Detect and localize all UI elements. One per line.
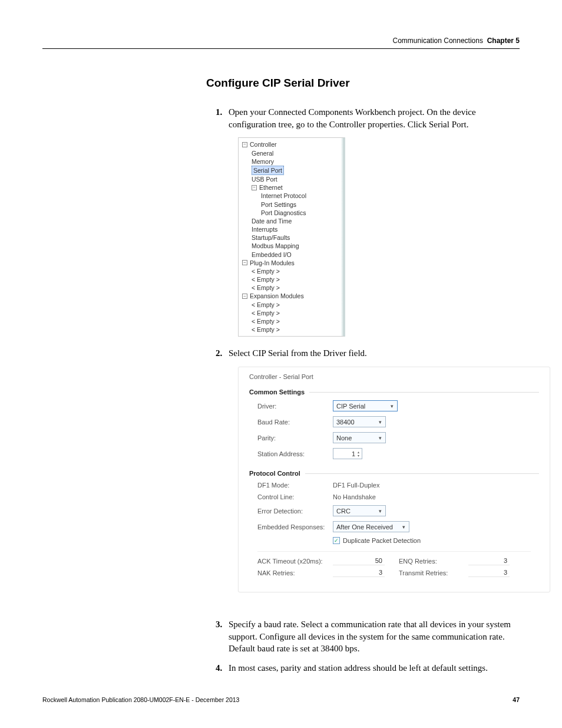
tree-item-controller[interactable]: − Controller xyxy=(239,140,343,149)
tree-item-empty[interactable]: < Empty > xyxy=(239,275,343,284)
tree-label: Serial Port xyxy=(252,166,284,175)
spinner-icon[interactable]: ▴▾ xyxy=(358,450,359,457)
tree-item-embedded-io[interactable]: Embedded I/O xyxy=(239,251,343,259)
page-number: 47 xyxy=(513,696,520,703)
tree-label: General xyxy=(252,149,273,157)
ack-label: ACK Timeout (x20ms): xyxy=(257,558,333,565)
tree-item-date-time[interactable]: Date and Time xyxy=(239,217,343,225)
baud-select[interactable]: 38400 ▾ xyxy=(333,416,386,427)
tree-item-general[interactable]: General xyxy=(239,149,343,157)
driver-row: Driver: CIP Serial ▾ xyxy=(249,398,539,414)
tree-item-empty[interactable]: < Empty > xyxy=(239,284,343,292)
enq-retries-input[interactable]: 3 xyxy=(468,557,510,565)
error-detection-label: Error Detection: xyxy=(257,508,333,515)
tree-label: Date and Time xyxy=(252,217,292,225)
tree-item-ethernet[interactable]: − Ethernet xyxy=(239,183,343,192)
step-body: Open your Connected Components Workbench… xyxy=(229,106,520,130)
station-address-input[interactable]: 1 ▴▾ xyxy=(333,448,362,459)
embedded-responses-label: Embedded Responses: xyxy=(257,523,333,531)
trans-label: Transmit Retries: xyxy=(399,569,468,577)
tree-label: < Empty > xyxy=(252,275,280,284)
driver-label: Driver: xyxy=(257,403,333,410)
step-1: 1. Open your Connected Components Workbe… xyxy=(216,106,520,130)
driver-select[interactable]: CIP Serial ▾ xyxy=(333,400,398,411)
duplicate-detection-checkbox[interactable]: ✓ xyxy=(333,537,340,544)
nak-label: NAK Retries: xyxy=(257,569,333,577)
tree-label: Memory xyxy=(252,157,274,166)
station-row: Station Address: 1 ▴▾ xyxy=(249,446,539,462)
tree-item-empty[interactable]: < Empty > xyxy=(239,325,343,334)
transmit-retries-input[interactable]: 3 xyxy=(468,569,510,577)
baud-label: Baud Rate: xyxy=(257,419,333,426)
serial-port-form: Controller - Serial Port Common Settings… xyxy=(238,367,550,592)
chevron-down-icon: ▾ xyxy=(388,403,396,409)
tree-label: < Empty > xyxy=(252,267,280,275)
tree-label: Port Diagnostics xyxy=(261,209,306,217)
parity-select[interactable]: None ▾ xyxy=(333,432,386,443)
ack-timeout-input[interactable]: 50 xyxy=(333,557,385,565)
tree-item-empty[interactable]: < Empty > xyxy=(239,309,343,317)
tree-item-serial-port[interactable]: Serial Port xyxy=(239,166,343,175)
tree-item-expansion-modules[interactable]: − Expansion Modules xyxy=(239,292,343,300)
tree-label: Embedded I/O xyxy=(252,251,292,259)
tree-label: Expansion Modules xyxy=(250,292,304,300)
tree-label: Interrupts xyxy=(252,225,277,233)
tree-item-startup-faults[interactable]: Startup/Faults xyxy=(239,233,343,242)
collapse-icon[interactable]: − xyxy=(252,185,257,190)
select-value: After One Received xyxy=(336,523,393,531)
control-line-value: No Handshake xyxy=(333,493,376,500)
tree-item-port-diagnostics[interactable]: Port Diagnostics xyxy=(239,209,343,217)
protocol-control-heading: Protocol Control xyxy=(249,467,539,479)
df1-label: DF1 Mode: xyxy=(257,482,333,489)
nak-trans-row: NAK Retries: 3 Transmit Retries: 3 xyxy=(249,567,539,579)
select-value: CIP Serial xyxy=(336,403,365,410)
tree-label: Internet Protocol xyxy=(261,192,306,200)
input-value: 1 xyxy=(352,450,355,457)
collapse-icon[interactable]: − xyxy=(242,142,247,147)
embedded-responses-select[interactable]: After One Received ▾ xyxy=(333,521,409,532)
step-list: 1. Open your Connected Components Workbe… xyxy=(216,106,520,674)
tree-item-empty[interactable]: < Empty > xyxy=(239,301,343,309)
page-footer: Rockwell Automation Publication 2080-UM0… xyxy=(42,696,520,703)
nak-retries-input[interactable]: 3 xyxy=(333,569,385,577)
step-number: 4. xyxy=(216,662,229,674)
tree-item-modbus-mapping[interactable]: Modbus Mapping xyxy=(239,242,343,250)
duplicate-detection-label: Duplicate Packet Detection xyxy=(343,537,421,544)
tree-label: < Empty > xyxy=(252,325,280,334)
tree-item-port-settings[interactable]: Port Settings xyxy=(239,200,343,209)
tree-label: < Empty > xyxy=(252,309,280,317)
station-label: Station Address: xyxy=(257,450,333,457)
main-content: Configure CIP Serial Driver 1. Open your… xyxy=(206,77,520,681)
tree-item-empty[interactable]: < Empty > xyxy=(239,317,343,325)
tree-item-memory[interactable]: Memory xyxy=(239,157,343,166)
tree-label: < Empty > xyxy=(252,284,280,292)
select-value: None xyxy=(336,434,352,442)
step-number: 2. xyxy=(216,347,229,360)
section-heading: Configure CIP Serial Driver xyxy=(206,77,520,90)
divider xyxy=(257,551,531,552)
duplicate-detection-row: ✓ Duplicate Packet Detection xyxy=(249,535,539,546)
tree-figure: − Controller General Memory Serial Port … xyxy=(238,137,520,337)
control-line-row: Control Line: No Handshake xyxy=(249,491,539,503)
error-detection-row: Error Detection: CRC ▾ xyxy=(249,503,539,519)
tree-label: Startup/Faults xyxy=(252,233,290,242)
error-detection-select[interactable]: CRC ▾ xyxy=(333,505,386,516)
step-number: 1. xyxy=(216,106,229,130)
step-number: 3. xyxy=(216,618,229,655)
tree-item-interrupts[interactable]: Interrupts xyxy=(239,225,343,233)
tree-item-plugin-modules[interactable]: − Plug-In Modules xyxy=(239,259,343,267)
tree-label: Ethernet xyxy=(259,183,283,192)
parity-row: Parity: None ▾ xyxy=(249,430,539,446)
collapse-icon[interactable]: − xyxy=(242,294,247,299)
tree-item-internet-protocol[interactable]: Internet Protocol xyxy=(239,192,343,200)
serial-port-form-figure: Controller - Serial Port Common Settings… xyxy=(238,367,520,592)
tree-item-empty[interactable]: < Empty > xyxy=(239,267,343,275)
tree-item-usb-port[interactable]: USB Port xyxy=(239,175,343,183)
tree-label: < Empty > xyxy=(252,301,280,309)
df1-value: DF1 Full-Duplex xyxy=(333,482,379,489)
step-3: 3. Specify a baud rate. Select a communi… xyxy=(216,618,520,655)
embedded-responses-row: Embedded Responses: After One Received ▾ xyxy=(249,519,539,535)
collapse-icon[interactable]: − xyxy=(242,260,247,265)
control-line-label: Control Line: xyxy=(257,493,333,500)
select-value: CRC xyxy=(336,508,351,515)
